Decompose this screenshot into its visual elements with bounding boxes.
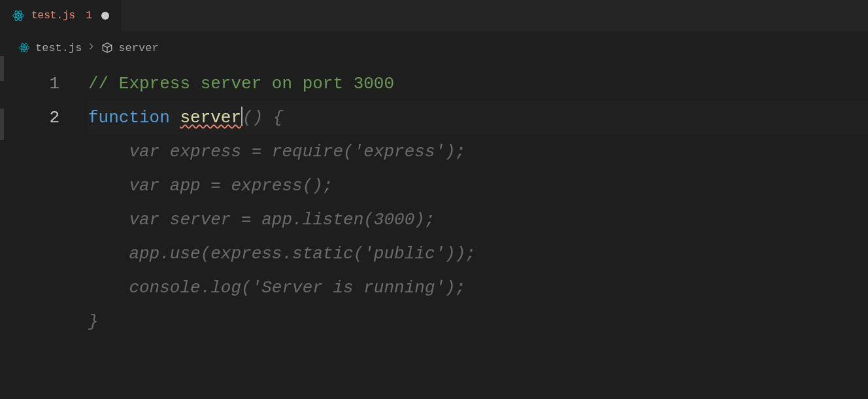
code-content[interactable]: var server = app.listen(3000); [88, 203, 868, 237]
svg-point-0 [18, 15, 20, 17]
svg-point-4 [24, 47, 25, 49]
code-line: var express = require('express'); [0, 135, 868, 169]
code-line: console.log('Server is running'); [0, 271, 868, 305]
code-content[interactable]: var express = require('express'); [88, 135, 868, 169]
left-gutter-decorations [0, 31, 3, 140]
code-line: 1 // Express server on port 3000 [0, 67, 868, 101]
code-line: 2 function server() { [0, 101, 868, 135]
code-line: var server = app.listen(3000); [0, 203, 868, 237]
tab-label: test.js [31, 10, 75, 22]
react-icon [18, 42, 30, 54]
line-number [0, 169, 88, 203]
tab-bar: test.js 1 [0, 0, 868, 31]
breadcrumb[interactable]: test.js server [0, 31, 868, 55]
line-number: 2 [0, 101, 88, 135]
code-line: var app = express(); [0, 169, 868, 203]
chevron-right-icon [87, 42, 96, 54]
line-number [0, 271, 88, 305]
code-line: } [0, 305, 868, 339]
decoration-marker [0, 56, 4, 81]
tab-error-count: 1 [86, 10, 92, 22]
ghost-suggestion: var server = app.listen(3000); [88, 210, 435, 230]
ghost-suggestion: () { [242, 108, 283, 128]
line-number [0, 203, 88, 237]
code-line: app.use(express.static('public')); [0, 237, 868, 271]
ghost-suggestion: app.use(express.static('public')); [88, 244, 476, 264]
breadcrumb-symbol[interactable]: server [118, 42, 158, 54]
line-number [0, 237, 88, 271]
react-icon [12, 9, 25, 22]
code-content[interactable]: function server() { [88, 101, 868, 135]
code-content[interactable]: var app = express(); [88, 169, 868, 203]
code-content[interactable]: // Express server on port 3000 [88, 67, 868, 101]
breadcrumb-file[interactable]: test.js [35, 42, 82, 54]
ghost-suggestion: var app = express(); [88, 176, 333, 196]
line-number [0, 305, 88, 339]
code-content[interactable]: } [88, 305, 868, 339]
ghost-suggestion: var express = require('express'); [88, 142, 465, 162]
ghost-suggestion: } [88, 312, 99, 332]
editor-tab-testjs[interactable]: test.js 1 [0, 0, 122, 31]
line-number [0, 135, 88, 169]
decoration-marker [0, 109, 4, 140]
text-cursor [241, 107, 242, 126]
unsaved-dot-icon[interactable] [101, 12, 109, 20]
code-content[interactable]: console.log('Server is running'); [88, 271, 868, 305]
ghost-suggestion: console.log('Server is running'); [88, 278, 465, 298]
line-number: 1 [0, 67, 88, 101]
code-content[interactable]: app.use(express.static('public')); [88, 237, 868, 271]
symbol-method-icon [101, 42, 113, 54]
code-editor[interactable]: 1 // Express server on port 3000 2 funct… [0, 55, 868, 339]
